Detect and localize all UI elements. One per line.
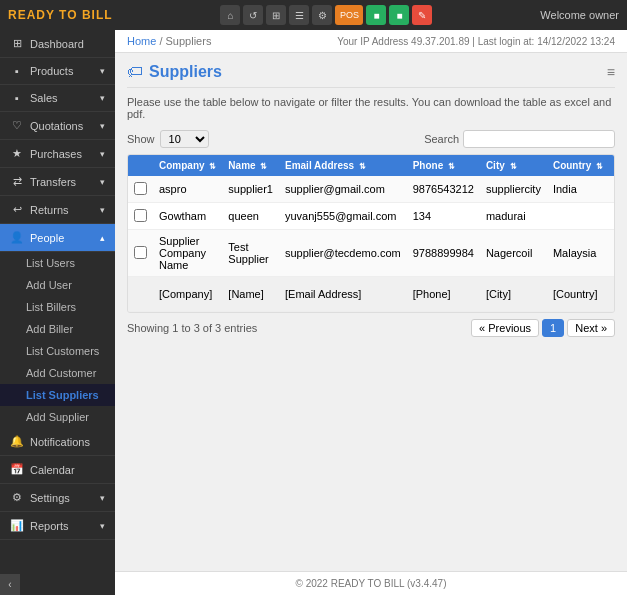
sidebar-item-add-biller[interactable]: Add Biller bbox=[0, 318, 115, 340]
sidebar-label-calendar: Calendar bbox=[30, 464, 105, 476]
footer-country: [Country] bbox=[547, 277, 609, 312]
sidebar-item-list-users[interactable]: List Users bbox=[0, 252, 115, 274]
notifications-icon: 🔔 bbox=[10, 435, 24, 448]
products-arrow: ▾ bbox=[100, 66, 105, 76]
col-email[interactable]: Email Address ⇅ bbox=[279, 155, 407, 176]
showing-text: Showing 1 to 3 of 3 entries bbox=[127, 322, 257, 334]
row-email: yuvanj555@gmail.com bbox=[279, 203, 407, 230]
main-content: 🏷 Suppliers ≡ Please use the table below… bbox=[115, 53, 627, 571]
col-company[interactable]: Company ⇅ bbox=[153, 155, 222, 176]
grid-icon[interactable]: ⊞ bbox=[266, 5, 286, 25]
sidebar-item-transfers[interactable]: ⇄ Transfers ▾ bbox=[0, 168, 115, 196]
breadcrumb-home[interactable]: Home bbox=[127, 35, 156, 47]
sidebar-item-products[interactable]: ▪ Products ▾ bbox=[0, 58, 115, 85]
sidebar-item-add-supplier[interactable]: Add Supplier bbox=[0, 406, 115, 428]
sidebar-label-sales: Sales bbox=[30, 92, 94, 104]
sidebar-toggle[interactable]: ‹ bbox=[0, 574, 20, 595]
pos-icon[interactable]: POS bbox=[335, 5, 363, 25]
main-area: Home / Suppliers Your IP Address 49.37.2… bbox=[115, 30, 627, 595]
sidebar-item-add-customer[interactable]: Add Customer bbox=[0, 362, 115, 384]
col-country[interactable]: Country ⇅ bbox=[547, 155, 609, 176]
green2-icon[interactable]: ■ bbox=[389, 5, 409, 25]
list-icon[interactable]: ☰ bbox=[289, 5, 309, 25]
sidebar-label-purchases: Purchases bbox=[30, 148, 94, 160]
returns-icon: ↩ bbox=[10, 203, 24, 216]
row-country: India bbox=[547, 176, 609, 203]
row-checkbox[interactable] bbox=[134, 182, 147, 195]
reports-arrow: ▾ bbox=[100, 521, 105, 531]
sidebar-item-quotations[interactable]: ♡ Quotations ▾ bbox=[0, 112, 115, 140]
sidebar-item-add-user[interactable]: Add User bbox=[0, 274, 115, 296]
row-company: Supplier Company Name bbox=[153, 230, 222, 277]
row-phone: 134 bbox=[407, 203, 480, 230]
sidebar-item-sales[interactable]: ▪ Sales ▾ bbox=[0, 85, 115, 112]
sidebar-item-dashboard[interactable]: ⊞ Dashboard bbox=[0, 30, 115, 58]
purchases-arrow: ▾ bbox=[100, 149, 105, 159]
user-label: Welcome owner bbox=[540, 9, 619, 21]
page-menu-icon[interactable]: ≡ bbox=[607, 64, 615, 80]
row-phone: 9788899984 bbox=[407, 230, 480, 277]
sidebar-label-notifications: Notifications bbox=[30, 436, 105, 448]
col-checkbox bbox=[128, 155, 153, 176]
sidebar-item-list-customers[interactable]: List Customers bbox=[0, 340, 115, 362]
col-phone[interactable]: Phone ⇅ bbox=[407, 155, 480, 176]
sidebar-item-returns[interactable]: ↩ Returns ▾ bbox=[0, 196, 115, 224]
sidebar-item-reports[interactable]: 📊 Reports ▾ bbox=[0, 512, 115, 540]
col-name[interactable]: Name ⇅ bbox=[222, 155, 279, 176]
quotations-icon: ♡ bbox=[10, 119, 24, 132]
settings-icon[interactable]: ⚙ bbox=[312, 5, 332, 25]
edit-icon[interactable]: ✎ bbox=[412, 5, 432, 25]
table-row: Supplier Company Name Test Supplier supp… bbox=[128, 230, 615, 277]
row-country bbox=[547, 203, 609, 230]
row-checkbox[interactable] bbox=[134, 209, 147, 222]
topbar-icons: ⌂ ↺ ⊞ ☰ ⚙ POS ■ ■ ✎ bbox=[220, 5, 432, 25]
sidebar-item-calendar[interactable]: 📅 Calendar bbox=[0, 456, 115, 484]
show-select[interactable]: 10 25 50 100 bbox=[160, 130, 209, 148]
sidebar-item-list-billers[interactable]: List Billers bbox=[0, 296, 115, 318]
settings-arrow: ▾ bbox=[100, 493, 105, 503]
sidebar-label-dashboard: Dashboard bbox=[30, 38, 105, 50]
footer-email: [Email Address] bbox=[279, 277, 407, 312]
quotations-arrow: ▾ bbox=[100, 121, 105, 131]
search-input[interactable] bbox=[463, 130, 615, 148]
home-icon[interactable]: ⌂ bbox=[220, 5, 240, 25]
sidebar-label-products: Products bbox=[30, 65, 94, 77]
sidebar-item-purchases[interactable]: ★ Purchases ▾ bbox=[0, 140, 115, 168]
search-label: Search bbox=[424, 133, 459, 145]
sidebar-item-list-suppliers[interactable]: List Suppliers bbox=[0, 384, 115, 406]
products-icon: ▪ bbox=[10, 65, 24, 77]
col-city[interactable]: City ⇅ bbox=[480, 155, 547, 176]
brand-label: READY TO BILL bbox=[8, 8, 113, 22]
row-vat bbox=[609, 203, 615, 230]
table-row: Gowtham queen yuvanj555@gmail.com 134 ma… bbox=[128, 203, 615, 230]
row-company: aspro bbox=[153, 176, 222, 203]
row-checkbox-cell[interactable] bbox=[128, 176, 153, 203]
table-row: aspro supplier1 supplier@gmail.com 98765… bbox=[128, 176, 615, 203]
transfers-icon: ⇄ bbox=[10, 175, 24, 188]
green1-icon[interactable]: ■ bbox=[366, 5, 386, 25]
sidebar-item-people[interactable]: 👤 People ▴ bbox=[0, 224, 115, 252]
row-checkbox-cell[interactable] bbox=[128, 230, 153, 277]
row-checkbox[interactable] bbox=[134, 246, 147, 259]
footer-phone: [Phone] bbox=[407, 277, 480, 312]
ip-info: Your IP Address 49.37.201.89 | Last logi… bbox=[337, 36, 615, 47]
refresh-icon[interactable]: ↺ bbox=[243, 5, 263, 25]
suppliers-page-icon: 🏷 bbox=[127, 63, 143, 81]
row-checkbox-cell[interactable] bbox=[128, 203, 153, 230]
sidebar-item-settings[interactable]: ⚙ Settings ▾ bbox=[0, 484, 115, 512]
col-vat[interactable]: VAT Number bbox=[609, 155, 615, 176]
row-city: madurai bbox=[480, 203, 547, 230]
sidebar: ⊞ Dashboard ▪ Products ▾ ▪ Sales ▾ ♡ Quo… bbox=[0, 30, 115, 595]
people-icon: 👤 bbox=[10, 231, 24, 244]
row-name: queen bbox=[222, 203, 279, 230]
table-footer: Showing 1 to 3 of 3 entries « Previous 1… bbox=[127, 319, 615, 337]
next-page-button[interactable]: Next » bbox=[567, 319, 615, 337]
sidebar-label-settings: Settings bbox=[30, 492, 94, 504]
prev-page-button[interactable]: « Previous bbox=[471, 319, 539, 337]
footer-name: [Name] bbox=[222, 277, 279, 312]
row-city: Nagercoil bbox=[480, 230, 547, 277]
row-name: Test Supplier bbox=[222, 230, 279, 277]
sidebar-label-quotations: Quotations bbox=[30, 120, 94, 132]
sidebar-item-notifications[interactable]: 🔔 Notifications bbox=[0, 428, 115, 456]
page-1-button[interactable]: 1 bbox=[542, 319, 564, 337]
